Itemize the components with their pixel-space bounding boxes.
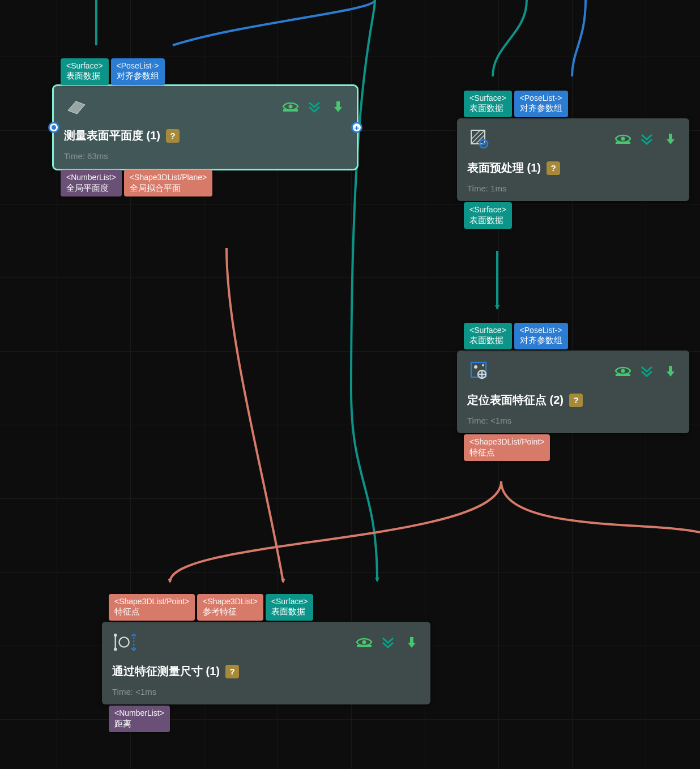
locate-point-icon (467, 358, 492, 383)
node-locate-feature[interactable]: <Surface> 表面数据 <PoseList-> 对齐参数组 (457, 351, 689, 433)
svg-rect-32 (410, 637, 413, 643)
expand-button[interactable] (638, 364, 655, 378)
svg-point-27 (114, 648, 117, 651)
run-button[interactable] (662, 364, 679, 378)
help-icon[interactable]: ? (166, 129, 180, 143)
output-port-flatness[interactable]: <NumberList> 全局平面度 (61, 170, 122, 196)
output-port-surface[interactable]: <Surface> 表面数据 (464, 202, 512, 229)
expand-button[interactable] (638, 131, 655, 146)
svg-line-9 (471, 130, 480, 139)
svg-point-17 (474, 365, 477, 369)
svg-point-18 (482, 364, 484, 366)
input-port-surface[interactable]: <Surface> 表面数据 (61, 58, 109, 85)
svg-rect-14 (616, 142, 630, 144)
svg-rect-6 (336, 101, 340, 107)
surface-plane-icon (64, 94, 89, 119)
output-port-points[interactable]: <Shape3DList/Point> 特征点 (464, 434, 550, 461)
run-button[interactable] (330, 99, 347, 114)
svg-rect-23 (616, 374, 630, 376)
node-time: Time: 63ms (64, 151, 347, 161)
input-port-points[interactable]: <Shape3DList/Point> 特征点 (109, 594, 195, 621)
preview-button[interactable] (614, 131, 631, 146)
node-title: 表面预处理 (1) (467, 160, 541, 176)
dimension-icon (112, 630, 137, 655)
output-port-distance[interactable]: <NumberList> 距离 (109, 706, 170, 732)
input-port-surface[interactable]: <Surface> 表面数据 (266, 594, 314, 621)
svg-rect-24 (669, 366, 672, 371)
node-time: Time: 1ms (467, 183, 679, 193)
svg-rect-31 (357, 645, 372, 647)
output-ports: <Shape3DList/Point> 特征点 (464, 434, 550, 461)
node-left-handle[interactable] (48, 122, 59, 133)
input-ports: <Surface> 表面数据 <PoseList-> 对齐参数组 (464, 91, 568, 117)
preview-button[interactable] (356, 635, 373, 650)
run-button[interactable] (662, 131, 679, 146)
svg-rect-5 (283, 109, 298, 112)
expand-button[interactable] (306, 99, 323, 114)
svg-point-13 (621, 137, 625, 141)
help-icon[interactable]: ? (547, 161, 560, 175)
node-title: 定位表面特征点 (2) (467, 392, 564, 408)
input-port-poselist[interactable]: <PoseList-> 对齐参数组 (111, 58, 165, 85)
output-ports: <NumberList> 全局平面度 <Shape3DList/Plane> 全… (61, 170, 212, 196)
output-ports: <NumberList> 距离 (109, 706, 170, 732)
svg-point-28 (119, 637, 129, 647)
node-add-handle[interactable]: + (351, 122, 362, 133)
input-port-reference[interactable]: <Shape3DList> 参考特征 (197, 594, 263, 621)
output-port-plane[interactable]: <Shape3DList/Plane> 全局拟合平面 (124, 170, 212, 196)
preview-button[interactable] (614, 364, 631, 378)
help-icon[interactable]: ? (225, 665, 239, 678)
svg-point-22 (621, 369, 625, 373)
surface-preprocess-icon (467, 126, 492, 151)
input-port-surface[interactable]: <Surface> 表面数据 (464, 323, 512, 349)
node-surface-preprocess[interactable]: <Surface> 表面数据 <PoseList-> 对齐参数组 (457, 118, 689, 201)
svg-point-26 (114, 634, 117, 637)
node-title: 通过特征测量尺寸 (1) (112, 664, 220, 679)
input-ports: <Shape3DList/Point> 特征点 <Shape3DList> 参考… (109, 594, 313, 621)
node-title: 测量表面平面度 (1) (64, 128, 160, 143)
node-measure-dimension[interactable]: <Shape3DList/Point> 特征点 <Shape3DList> 参考… (102, 622, 430, 704)
expand-button[interactable] (379, 635, 396, 650)
preview-button[interactable] (282, 99, 299, 114)
node-measure-flatness[interactable]: <Surface> 表面数据 <PoseList-> 对齐参数组 + (54, 86, 357, 169)
svg-point-30 (362, 640, 366, 644)
input-port-surface[interactable]: <Surface> 表面数据 (464, 91, 512, 117)
svg-point-12 (483, 143, 485, 146)
input-port-poselist[interactable]: <PoseList-> 对齐参数组 (514, 91, 568, 117)
output-ports: <Surface> 表面数据 (464, 202, 512, 229)
help-icon[interactable]: ? (569, 394, 583, 407)
input-ports: <Surface> 表面数据 <PoseList-> 对齐参数组 (61, 58, 165, 85)
svg-point-4 (289, 105, 293, 109)
svg-rect-15 (669, 134, 672, 139)
input-port-poselist[interactable]: <PoseList-> 对齐参数组 (514, 323, 568, 349)
run-button[interactable] (403, 635, 420, 650)
input-ports: <Surface> 表面数据 <PoseList-> 对齐参数组 (464, 323, 568, 349)
node-time: Time: <1ms (467, 416, 679, 425)
node-time: Time: <1ms (112, 687, 420, 697)
